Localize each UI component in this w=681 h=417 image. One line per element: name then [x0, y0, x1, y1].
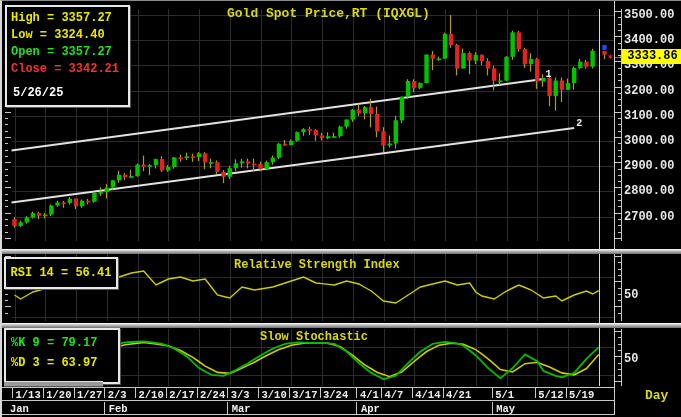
- quote-date: 5/26/25: [13, 85, 63, 102]
- high-row: High = 3357.27: [11, 10, 124, 27]
- stoch-k-label: %K 9 = 79.17: [11, 333, 113, 353]
- date-tick-label: 4/14: [415, 389, 440, 401]
- month-separator: [227, 402, 228, 415]
- last-price-arrow-icon: →: [615, 51, 622, 62]
- rsi-panel-title: Relative Strength Index: [234, 258, 400, 272]
- date-tick-label: 1/13: [16, 389, 41, 401]
- date-tick: [135, 388, 136, 398]
- date-tick-label: 4/21: [446, 389, 471, 401]
- date-tick-label: 2/3: [108, 389, 127, 401]
- date-tick: [12, 388, 13, 398]
- price-axis-label: 3400.00: [624, 33, 674, 47]
- price-axis-label: 2900.00: [624, 159, 674, 173]
- low-row: Low = 3324.40: [11, 27, 124, 44]
- date-tick: [289, 388, 290, 398]
- interval-label: Day: [645, 388, 668, 403]
- date-tick-label: 4/7: [385, 389, 404, 401]
- date-axis-row: 1/131/201/272/32/102/172/243/33/103/173/…: [2, 387, 615, 401]
- month-label: May: [496, 403, 515, 415]
- date-tick: [443, 388, 444, 398]
- trendline-1-label[interactable]: 1: [545, 69, 551, 80]
- date-tick: [535, 388, 536, 398]
- month-label: Apr: [361, 403, 380, 415]
- month-separator: [356, 402, 357, 415]
- date-tick-label: 3/17: [292, 389, 317, 401]
- last-price-badge: 3333.86: [622, 49, 681, 64]
- date-tick-label: 1/27: [77, 389, 102, 401]
- month-axis-row: JanFebMarAprMay: [2, 402, 615, 415]
- rsi-axis-50: 50: [624, 288, 638, 302]
- date-tick-label: 5/19: [569, 389, 594, 401]
- rsi-value-box[interactable]: RSI 14 = 56.41: [4, 257, 118, 289]
- date-tick-label: 5/1: [495, 389, 514, 401]
- month-separator: [104, 402, 105, 415]
- stochastic-panel-title: Slow Stochastic: [260, 330, 368, 344]
- price-axis-label: 3200.00: [624, 84, 674, 98]
- date-tick: [320, 388, 321, 398]
- price-axis-label: 3500.00: [624, 8, 674, 22]
- date-tick: [258, 388, 259, 398]
- chart-window: High = 3357.27Low = 3324.40Open = 3357.2…: [0, 0, 681, 417]
- month-label: Mar: [232, 403, 251, 415]
- stochastic-value-box[interactable]: %K 9 = 79.17 %D 3 = 63.97: [4, 328, 120, 384]
- date-tick-label: 1/20: [46, 389, 71, 401]
- date-tick: [74, 388, 75, 398]
- stoch-d-label: %D 3 = 63.97: [11, 353, 113, 373]
- date-tick: [227, 388, 228, 398]
- close-row: Close = 3342.21: [11, 61, 124, 78]
- date-tick: [381, 388, 382, 398]
- date-tick: [412, 388, 413, 398]
- trendline-2-label[interactable]: 2: [576, 118, 582, 129]
- month-label: Feb: [109, 403, 128, 415]
- ohlc-info-box[interactable]: High = 3357.27Low = 3324.40Open = 3357.2…: [5, 5, 130, 107]
- month-separator: [492, 402, 493, 415]
- panel-separator[interactable]: [2, 249, 681, 254]
- date-tick: [166, 388, 167, 398]
- last-trade-diamond-icon: ✶: [607, 52, 614, 63]
- price-axis-label: 3000.00: [624, 134, 674, 148]
- date-tick-label: 2/24: [200, 389, 225, 401]
- date-tick-label: 4/1: [360, 389, 379, 401]
- date-tick: [566, 388, 567, 398]
- date-tick: [356, 388, 357, 398]
- date-tick-label: 3/10: [262, 389, 287, 401]
- rsi-value-label: RSI 14 = 56.41: [11, 266, 112, 280]
- chart-title: Gold Spot Price,RT (IQXGL): [227, 6, 430, 21]
- open-row: Open = 3357.27: [11, 44, 124, 61]
- price-axis-label: 2800.00: [624, 184, 674, 198]
- date-tick-label: 3/3: [231, 389, 250, 401]
- date-tick-label: 5/12: [538, 389, 563, 401]
- stochastic-axis-50: 50: [624, 352, 638, 366]
- date-tick: [197, 388, 198, 398]
- price-axis-label: 2700.00: [624, 210, 674, 224]
- month-label: Jan: [10, 403, 29, 415]
- date-tick-label: 3/24: [323, 389, 348, 401]
- date-tick-label: 2/10: [139, 389, 164, 401]
- date-tick: [492, 388, 493, 398]
- price-axis-label: 3100.00: [624, 109, 674, 123]
- date-tick: [104, 388, 105, 398]
- date-tick-label: 2/17: [169, 389, 194, 401]
- date-tick: [43, 388, 44, 398]
